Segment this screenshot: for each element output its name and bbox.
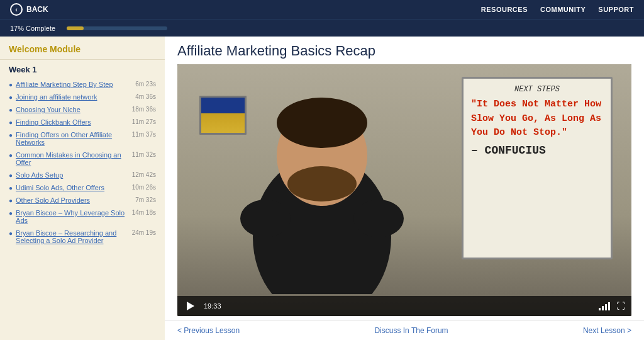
sidebar-item-4[interactable]: ● Finding Offers on Other Affiliate Netw… <box>0 128 165 149</box>
sidebar-link-8[interactable]: Other Solo Ad Providers <box>16 196 131 204</box>
volume-indicator <box>599 302 610 310</box>
page-title: Affiliate Marketing Basics Recap <box>165 37 644 64</box>
back-circle-icon: ‹ <box>10 3 23 16</box>
nav-support[interactable]: SUPPORT <box>598 6 634 13</box>
clock-icon-8: ● <box>9 197 13 204</box>
svg-point-5 <box>240 200 291 237</box>
fullscreen-button[interactable]: ⛶ <box>616 301 625 311</box>
sidebar-meta-4: 11m 37s <box>132 131 156 138</box>
whiteboard-author: – CONFUCIUS <box>471 144 603 157</box>
clock-icon-9: ● <box>9 210 13 217</box>
video-player[interactable]: NEXT STEPS "It Does Not Matter How Slow … <box>177 64 631 316</box>
sidebar-week-title: Week 1 <box>0 60 165 78</box>
sidebar-item-7[interactable]: ● Udimi Solo Ads, Other Offers 10m 26s <box>0 181 165 194</box>
sidebar-link-2[interactable]: Choosing Your Niche <box>16 106 128 113</box>
sidebar-link-10[interactable]: Bryan Biscoe – Researching and Selecting… <box>16 229 128 244</box>
sidebar-link-7[interactable]: Udimi Solo Ads, Other Offers <box>16 184 128 191</box>
header-nav: RESOURCES COMMUNITY SUPPORT <box>481 6 634 13</box>
sidebar-link-5[interactable]: Common Mistakes in Choosing an Offer <box>16 151 128 166</box>
sidebar-link-3[interactable]: Finding Clickbank Offers <box>16 118 128 126</box>
discuss-forum-link[interactable]: Discuss In The Forum <box>374 326 448 335</box>
whiteboard: NEXT STEPS "It Does Not Matter How Slow … <box>462 77 613 259</box>
clock-icon-1: ● <box>9 94 13 101</box>
play-button[interactable] <box>184 299 197 313</box>
sidebar-item-9[interactable]: ● Bryan Biscoe – Why Leverage Solo Ads 1… <box>0 207 165 227</box>
clock-icon-6: ● <box>9 172 13 179</box>
svg-point-4 <box>287 166 357 201</box>
progress-bar-bg <box>67 26 167 30</box>
sidebar-meta-0: 6m 23s <box>135 81 156 88</box>
progress-label: 17% Complete <box>10 25 60 32</box>
sidebar-item-5[interactable]: ● Common Mistakes in Choosing an Offer 1… <box>0 149 165 169</box>
sidebar-item-10[interactable]: ● Bryan Biscoe – Researching and Selecti… <box>0 227 165 247</box>
clock-icon-2: ● <box>9 106 13 113</box>
sidebar-link-6[interactable]: Solo Ads Setup <box>16 171 128 179</box>
sidebar-link-1[interactable]: Joining an affiliate network <box>16 93 131 101</box>
sidebar-meta-9: 14m 18s <box>132 209 156 216</box>
sidebar-link-4[interactable]: Finding Offers on Other Affiliate Networ… <box>16 131 128 146</box>
play-icon <box>187 302 194 310</box>
vol-bar-1 <box>599 308 601 310</box>
sidebar-meta-6: 12m 42s <box>132 171 156 178</box>
progress-row: 17% Complete <box>0 19 644 37</box>
clock-icon-3: ● <box>9 119 13 126</box>
sidebar-item-1[interactable]: ● Joining an affiliate network 4m 36s <box>0 91 165 103</box>
content-area: Affiliate Marketing Basics Recap <box>165 37 644 340</box>
sidebar-meta-1: 4m 36s <box>135 93 156 100</box>
sidebar-meta-10: 24m 19s <box>132 229 156 236</box>
clock-icon-5: ● <box>9 152 13 159</box>
sidebar-meta-7: 10m 26s <box>132 184 156 191</box>
svg-point-3 <box>277 98 367 148</box>
video-time: 19:33 <box>204 302 221 310</box>
back-button[interactable]: ‹ BACK <box>10 3 48 16</box>
sidebar-link-0[interactable]: Affiliate Marketing Step By Step <box>16 81 131 88</box>
clock-icon-7: ● <box>9 184 13 191</box>
clock-icon-0: ● <box>9 81 13 88</box>
sidebar-meta-3: 11m 27s <box>132 118 156 125</box>
back-label: BACK <box>26 5 48 14</box>
bottom-nav: < Previous Lesson Discuss In The Forum N… <box>165 320 644 340</box>
vol-bar-4 <box>608 302 610 310</box>
whiteboard-quote: "It Does Not Matter How Slow You Go, As … <box>471 98 603 140</box>
clock-icon-10: ● <box>9 230 13 237</box>
sidebar-item-2[interactable]: ● Choosing Your Niche 18m 36s <box>0 103 165 116</box>
sidebar-item-8[interactable]: ● Other Solo Ad Providers 7m 32s <box>0 194 165 207</box>
person-silhouette <box>215 74 429 294</box>
sidebar-meta-8: 7m 32s <box>135 196 156 203</box>
progress-bar-fill <box>67 26 84 30</box>
svg-point-6 <box>353 200 404 237</box>
sidebar-item-3[interactable]: ● Finding Clickbank Offers 11m 27s <box>0 116 165 128</box>
prev-lesson-link[interactable]: < Previous Lesson <box>177 326 240 335</box>
header: ‹ BACK RESOURCES COMMUNITY SUPPORT <box>0 0 644 19</box>
whiteboard-top: NEXT STEPS <box>471 85 603 94</box>
nav-resources[interactable]: RESOURCES <box>481 6 528 13</box>
sidebar-meta-5: 11m 32s <box>132 151 156 158</box>
sidebar-link-9[interactable]: Bryan Biscoe – Why Leverage Solo Ads <box>16 209 128 224</box>
next-lesson-link[interactable]: Next Lesson > <box>583 326 631 335</box>
sidebar-meta-2: 18m 36s <box>132 106 156 113</box>
video-scene: NEXT STEPS "It Does Not Matter How Slow … <box>177 64 631 316</box>
clock-icon-4: ● <box>9 132 13 139</box>
sidebar-item-6[interactable]: ● Solo Ads Setup 12m 42s <box>0 169 165 181</box>
sidebar-item-0[interactable]: ● Affiliate Marketing Step By Step 6m 23… <box>0 78 165 91</box>
vol-bar-3 <box>605 304 607 310</box>
video-controls: 19:33 ⛶ <box>177 296 631 316</box>
nav-community[interactable]: COMMUNITY <box>540 6 586 13</box>
sidebar: Welcome Module Week 1 ● Affiliate Market… <box>0 37 165 340</box>
main-layout: Welcome Module Week 1 ● Affiliate Market… <box>0 37 644 340</box>
vol-bar-2 <box>602 306 604 310</box>
sidebar-module-title: Welcome Module <box>0 37 165 60</box>
